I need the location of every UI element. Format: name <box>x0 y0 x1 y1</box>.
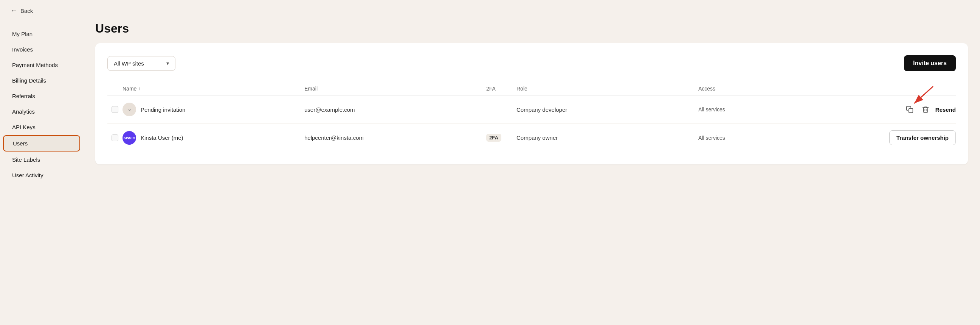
avatar-initials: KINSTA <box>124 136 135 140</box>
person-icon: ⚬ <box>127 106 132 113</box>
user-email-col: helpcenter@kinsta.com <box>304 134 486 141</box>
user-actions-col: Resend <box>880 103 956 115</box>
content-card: All WP sites ▾ Invite users Name ↑ Email <box>95 43 968 164</box>
transfer-ownership-button[interactable]: Transfer ownership <box>889 130 956 145</box>
header-actions-col <box>880 86 956 92</box>
copy-button[interactable] <box>904 103 916 115</box>
sidebar-item-referrals[interactable]: Referrals <box>3 89 80 103</box>
user-actions-col: Transfer ownership <box>880 130 956 145</box>
sidebar-item-user-activity[interactable]: User Activity <box>3 168 80 183</box>
app-container: ← Back My Plan Invoices Payment Methods … <box>0 0 980 325</box>
row-checkbox[interactable] <box>111 106 118 113</box>
user-access-col: All services <box>698 106 880 112</box>
user-role-col: Company developer <box>517 106 698 113</box>
table-header: Name ↑ Email 2FA Role Access <box>107 82 956 96</box>
header-check-col <box>107 86 123 92</box>
page-title: Users <box>95 22 968 35</box>
header-2fa-col: 2FA <box>486 86 517 92</box>
user-name-col: KINSTA Kinsta User (me) <box>123 131 304 145</box>
header-email-col: Email <box>304 86 486 92</box>
back-arrow-icon: ← <box>11 7 18 15</box>
resend-button[interactable]: Resend <box>935 105 956 114</box>
row-checkbox[interactable] <box>111 134 118 141</box>
user-access-col: All services <box>698 135 880 141</box>
sidebar-item-payment-methods[interactable]: Payment Methods <box>3 58 80 72</box>
sidebar: My Plan Invoices Payment Methods Billing… <box>0 22 83 325</box>
table-row: KINSTA Kinsta User (me) helpcenter@kinst… <box>107 123 956 152</box>
invite-users-button[interactable]: Invite users <box>904 55 956 71</box>
sidebar-item-api-keys[interactable]: API Keys <box>3 120 80 134</box>
avatar: ⚬ <box>123 102 136 116</box>
sort-ascending-icon[interactable]: ↑ <box>138 86 140 91</box>
main-layout: My Plan Invoices Payment Methods Billing… <box>0 22 980 325</box>
sidebar-item-invoices[interactable]: Invoices <box>3 42 80 57</box>
sidebar-item-billing-details[interactable]: Billing Details <box>3 73 80 88</box>
users-table: Name ↑ Email 2FA Role Access <box>107 82 956 152</box>
avatar: KINSTA <box>123 131 136 145</box>
table-row: ⚬ Pending invitation user@example.com Co… <box>107 96 956 123</box>
filter-dropdown[interactable]: All WP sites ▾ <box>107 56 175 71</box>
filter-label: All WP sites <box>114 60 144 67</box>
header-name-col: Name ↑ <box>123 86 304 92</box>
user-email-col: user@example.com <box>304 106 486 113</box>
user-role-col: Company owner <box>517 134 698 141</box>
sidebar-item-analytics[interactable]: Analytics <box>3 104 80 119</box>
back-label: Back <box>21 8 33 14</box>
user-2fa-col: 2FA <box>486 134 517 142</box>
2fa-badge: 2FA <box>486 134 501 142</box>
user-name-col: ⚬ Pending invitation <box>123 102 304 116</box>
svg-rect-2 <box>908 109 913 113</box>
delete-button[interactable] <box>920 103 932 115</box>
sidebar-item-my-plan[interactable]: My Plan <box>3 27 80 41</box>
sidebar-item-site-labels[interactable]: Site Labels <box>3 152 80 167</box>
row-checkbox-col <box>107 134 123 141</box>
sidebar-item-users[interactable]: Users <box>3 135 80 152</box>
header-access-col: Access <box>698 86 880 92</box>
top-bar: ← Back <box>0 0 980 22</box>
toolbar: All WP sites ▾ Invite users <box>107 55 956 71</box>
header-role-col: Role <box>517 86 698 92</box>
row-checkbox-col <box>107 106 123 113</box>
back-button[interactable]: ← Back <box>11 7 33 15</box>
content-area: Users All WP sites ▾ Invite users Name <box>83 22 980 325</box>
chevron-down-icon: ▾ <box>166 60 169 66</box>
